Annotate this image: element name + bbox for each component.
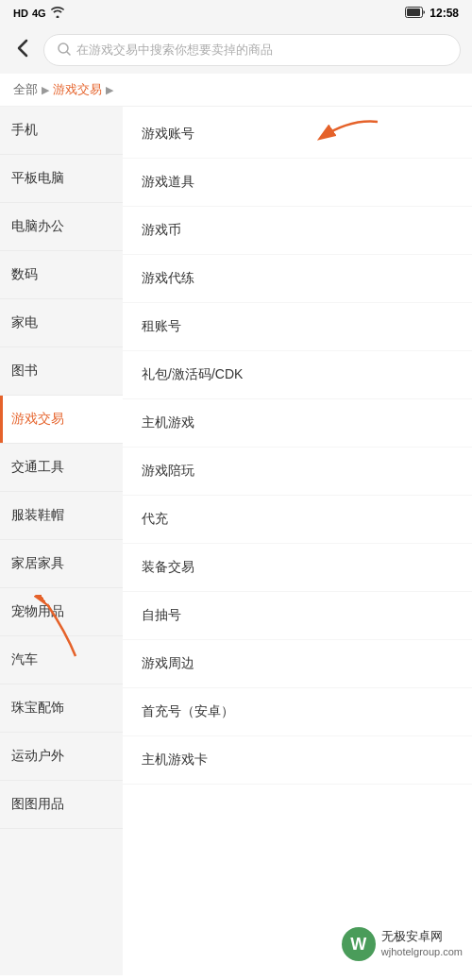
sidebar-item-sports[interactable]: 运动户外 — [0, 733, 123, 781]
sidebar-item-other[interactable]: 图图用品 — [0, 781, 123, 829]
search-icon — [58, 42, 71, 59]
right-item-consolecard[interactable]: 主机游戏卡 — [123, 736, 472, 785]
sidebar-item-phone[interactable]: 手机 — [0, 107, 123, 155]
right-item-firstcharge[interactable]: 首充号（安卓） — [123, 688, 472, 736]
right-item-rent[interactable]: 租账号 — [123, 303, 472, 351]
right-item-console[interactable]: 主机游戏 — [123, 399, 472, 448]
right-item-props[interactable]: 游戏道具 — [123, 159, 472, 207]
right-item-equipment[interactable]: 装备交易 — [123, 544, 472, 592]
sidebar-item-digital[interactable]: 数码 — [0, 251, 123, 299]
left-sidebar: 手机平板电脑电脑办公数码家电图书游戏交易交通工具服装鞋帽家居家具宠物用品汽车珠宝… — [0, 107, 123, 975]
sidebar-item-homefurn[interactable]: 家居家具 — [0, 540, 123, 588]
right-content: 游戏账号游戏道具游戏币游戏代练租账号礼包/激活码/CDK主机游戏游戏陪玩代充装备… — [123, 107, 472, 975]
watermark-logo-text: W — [350, 935, 366, 955]
search-placeholder: 在游戏交易中搜索你想要卖掉的商品 — [76, 42, 273, 59]
right-item-gift[interactable]: 礼包/激活码/CDK — [123, 351, 472, 399]
breadcrumb: 全部 ▶ 游戏交易 ▶ — [0, 74, 472, 107]
right-item-selfpull[interactable]: 自抽号 — [123, 592, 472, 640]
breadcrumb-arrow-1: ▶ — [42, 84, 49, 96]
breadcrumb-arrow-2: ▶ — [106, 84, 113, 96]
watermark: W 无极安卓网 wjhotelgroup.com — [342, 927, 463, 961]
right-item-peripheral[interactable]: 游戏周边 — [123, 640, 472, 688]
status-bar: HD 4G 12:58 — [0, 0, 472, 26]
sidebar-item-appliance[interactable]: 家电 — [0, 299, 123, 347]
sidebar-item-clothing[interactable]: 服装鞋帽 — [0, 492, 123, 540]
sidebar-item-pcwork[interactable]: 电脑办公 — [0, 203, 123, 251]
wifi-icon — [50, 7, 65, 20]
watermark-site-url: wjhotelgroup.com — [381, 945, 463, 958]
status-left: HD 4G — [13, 7, 65, 20]
right-item-currency[interactable]: 游戏币 — [123, 207, 472, 255]
time-display: 12:58 — [430, 7, 459, 20]
signal-4g: 4G — [32, 8, 46, 19]
status-right: 12:58 — [405, 7, 459, 21]
right-item-accompany[interactable]: 游戏陪玩 — [123, 448, 472, 496]
sidebar-item-gametrade[interactable]: 游戏交易 — [0, 396, 123, 444]
sidebar-item-transport[interactable]: 交通工具 — [0, 444, 123, 492]
category-layout: 手机平板电脑电脑办公数码家电图书游戏交易交通工具服装鞋帽家居家具宠物用品汽车珠宝… — [0, 107, 472, 975]
svg-rect-1 — [407, 8, 420, 16]
breadcrumb-category[interactable]: 游戏交易 — [53, 81, 102, 98]
battery-icon — [405, 7, 426, 21]
sidebar-item-car[interactable]: 汽车 — [0, 636, 123, 684]
right-item-training[interactable]: 游戏代练 — [123, 255, 472, 303]
watermark-logo: W — [342, 927, 376, 961]
sidebar-item-tablet[interactable]: 平板电脑 — [0, 155, 123, 203]
back-button[interactable] — [11, 39, 34, 62]
search-box[interactable]: 在游戏交易中搜索你想要卖掉的商品 — [43, 34, 461, 66]
right-item-recharge[interactable]: 代充 — [123, 496, 472, 544]
sidebar-item-petgoods[interactable]: 宠物用品 — [0, 588, 123, 636]
sidebar-item-jewelry[interactable]: 珠宝配饰 — [0, 684, 123, 733]
watermark-text-block: 无极安卓网 wjhotelgroup.com — [381, 929, 463, 958]
network-indicator: HD — [13, 8, 28, 19]
right-item-account[interactable]: 游戏账号 — [123, 110, 472, 159]
sidebar-item-books[interactable]: 图书 — [0, 347, 123, 396]
watermark-site-name: 无极安卓网 — [381, 929, 463, 945]
breadcrumb-all[interactable]: 全部 — [13, 81, 38, 98]
search-bar: 在游戏交易中搜索你想要卖掉的商品 — [0, 26, 472, 74]
